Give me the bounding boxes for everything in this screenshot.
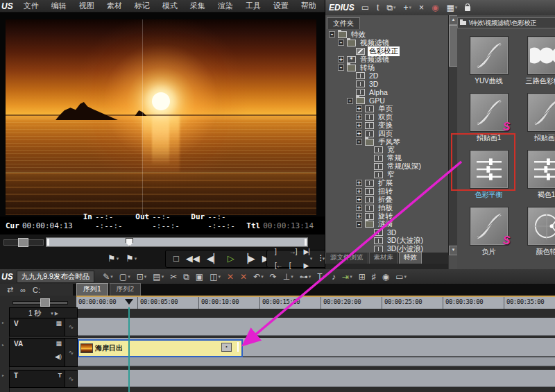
tree-expander[interactable]: + [356, 205, 362, 211]
track-header-t[interactable]: T T [9, 370, 66, 388]
timeline-toolbar-icon[interactable]: ◫ ▾ [210, 272, 221, 282]
timeline-lane-va-audio[interactable] [76, 357, 555, 366]
tree-item[interactable]: + 双页 [356, 113, 448, 121]
tree-item[interactable]: 3D [347, 80, 448, 88]
chevron-down-icon[interactable]: ▾ [309, 274, 311, 280]
effect-thumbnail[interactable]: S 招贴画2 [518, 93, 555, 143]
menu-item[interactable]: 模式 [156, 0, 184, 12]
tree-item[interactable]: + 四页 [356, 130, 448, 138]
chevron-down-icon[interactable]: ▾ [162, 274, 164, 280]
effect-thumbnail[interactable]: S 颜色轮 [518, 207, 555, 257]
effect-icon[interactable]: S [470, 36, 509, 75]
zoom-slider-thumb[interactable] [40, 298, 50, 307]
tree-expander[interactable]: + [356, 105, 362, 112]
timeline-toolbar-icon[interactable]: ⊞ ▾ [359, 272, 366, 282]
chevron-down-icon[interactable]: ▾ [291, 274, 293, 280]
marker-button[interactable]: ⚑ ▾ [104, 252, 122, 266]
browser-toolbar-icon[interactable]: × ▾ [419, 3, 424, 12]
tree-item[interactable]: 宽 [365, 146, 448, 154]
timeline-toolbar-icon[interactable]: ▭ ▾ [395, 272, 407, 282]
timeline-toolbar-icon[interactable]: ▣ ▾ [196, 272, 203, 282]
menu-item[interactable]: 渲染 [212, 0, 239, 12]
timeline-clip[interactable]: 海岸日出 ▪ [78, 339, 243, 357]
tree-item[interactable]: 2D [347, 71, 448, 80]
tree-item[interactable]: - 涟漪 [356, 220, 448, 228]
browser-toolbar-icon[interactable]: ▭ ▾ [361, 3, 369, 12]
chevron-down-icon[interactable]: ▾ [144, 274, 147, 280]
effect-icon[interactable]: S [527, 207, 555, 246]
tree-item[interactable]: + 折叠 [356, 196, 448, 204]
timeline-toolbar-icon[interactable]: ⊶ ▾ [300, 272, 311, 282]
tree-item[interactable]: + 旋转 [356, 212, 448, 221]
effect-thumbnail[interactable]: S 负片 [460, 207, 518, 257]
track-header-v[interactable]: V ▦ [9, 318, 66, 336]
tree-expander[interactable]: + [338, 56, 344, 62]
timeline-toolbar-icon[interactable]: ✂ ▾ [170, 272, 177, 282]
timeline-toolbar-icon[interactable]: ↷ ▾ [270, 272, 277, 282]
menu-item[interactable]: 设置 [267, 0, 295, 12]
menu-item[interactable]: 编辑 [45, 0, 73, 12]
browser-toolbar-icon[interactable]: + ▾ [403, 3, 411, 12]
timeline-toolbar-icon[interactable]: ⧉ ▾ [183, 272, 189, 282]
effect-thumbnail[interactable]: S YUV曲线 [460, 36, 518, 86]
menu-item[interactable]: 视图 [73, 0, 101, 12]
browser-tab[interactable]: 特效 [399, 252, 422, 264]
chevron-down-icon[interactable]: ▾ [128, 274, 130, 280]
effect-thumbnail[interactable]: S 褐色1 [518, 150, 555, 200]
timeline-toolbar-icon[interactable]: ⊥ ▾ [283, 272, 293, 282]
transport-button[interactable]: ▕▶ ▾ [238, 252, 259, 266]
edit-point-button[interactable]: ][← ▾ [271, 245, 286, 273]
tree-expander[interactable]: + [356, 188, 362, 194]
tree-expander[interactable]: + [356, 196, 362, 203]
browser-toolbar-icon[interactable]: ▦ ▾ [447, 3, 458, 12]
tree-item[interactable]: 色彩校正 [347, 47, 448, 56]
tree-item[interactable]: - 手风琴 [356, 138, 448, 146]
tree-item[interactable]: - 转场 [338, 64, 448, 72]
timeline-toolbar-icon[interactable]: ⊡ ▾ [137, 272, 147, 282]
chevron-down-icon[interactable]: ▾ [455, 5, 458, 10]
timeline-toolbar-icon[interactable]: ▢ ▾ [119, 272, 130, 282]
tree-expander[interactable]: + [356, 130, 362, 137]
sequence-tab[interactable]: 序列2 [110, 283, 142, 296]
transport-button[interactable]: ◀◀ ▾ [182, 252, 203, 266]
shuttle-thumb[interactable] [18, 238, 28, 247]
timeline-mode-icon[interactable]: ∞ [20, 286, 26, 294]
chevron-down-icon[interactable]: ▾ [323, 274, 326, 280]
menu-item[interactable]: 文件 [17, 0, 45, 12]
position-scrubber[interactable] [46, 237, 308, 247]
tree-item[interactable]: + 拍板 [356, 204, 448, 212]
effect-icon[interactable]: S [527, 150, 555, 189]
timeline-toolbar-icon[interactable]: ▤ ▾ [153, 272, 164, 282]
folder-header-tab[interactable]: 文件夹 [327, 17, 360, 29]
marker-button[interactable]: ⚑ ▾ [122, 252, 140, 266]
timeline-toolbar-icon[interactable]: T ▾ [317, 272, 325, 282]
effect-thumbnail[interactable]: S 三路色彩校正 [518, 36, 555, 86]
timeline-lane-t[interactable] [76, 370, 555, 387]
chevron-down-icon[interactable]: ▾ [404, 274, 407, 280]
effect-icon[interactable]: S [470, 93, 509, 132]
timeline-ruler[interactable]: 00:00:00:0000:00:05:0000:00:10:0000:00:1… [76, 296, 555, 309]
browser-toolbar-icon[interactable]: ⧉ ▾ [386, 3, 395, 12]
timeline-toolbar-icon[interactable]: ♯ ▾ [372, 272, 376, 282]
timeline-toolbar-icon[interactable]: ✕ ▾ [240, 272, 247, 282]
menu-item[interactable]: 工具 [239, 0, 267, 12]
track-effect-toggle-t[interactable]: ∿ [65, 370, 78, 388]
menu-item[interactable]: 标记 [128, 0, 156, 12]
tree-item[interactable]: + 扭转 [356, 187, 448, 196]
tree-expander[interactable]: - [338, 65, 344, 71]
tree-expander[interactable]: + [356, 213, 362, 219]
tree-expander[interactable]: + [356, 114, 362, 120]
tree-item[interactable]: + 单页 [356, 105, 448, 113]
effect-icon[interactable]: S [527, 93, 555, 132]
tree-item[interactable]: - GPU [347, 96, 448, 105]
tree-expander[interactable]: - [356, 139, 362, 145]
preview-video-frame[interactable] [6, 19, 316, 215]
chevron-down-icon[interactable]: ▾ [350, 274, 352, 280]
edit-point-button[interactable]: →][ ▾ [286, 245, 300, 273]
project-title[interactable]: 九九九9.9发布会时品 [17, 271, 95, 283]
chevron-down-icon[interactable]: ▾ [110, 274, 113, 280]
tree-expander[interactable]: + [356, 122, 362, 128]
clip-mixer-button[interactable]: ▪ [221, 343, 232, 352]
timeline-lane-v[interactable] [76, 318, 555, 336]
timeline-toolbar-icon[interactable]: ♪ ▾ [332, 272, 336, 282]
